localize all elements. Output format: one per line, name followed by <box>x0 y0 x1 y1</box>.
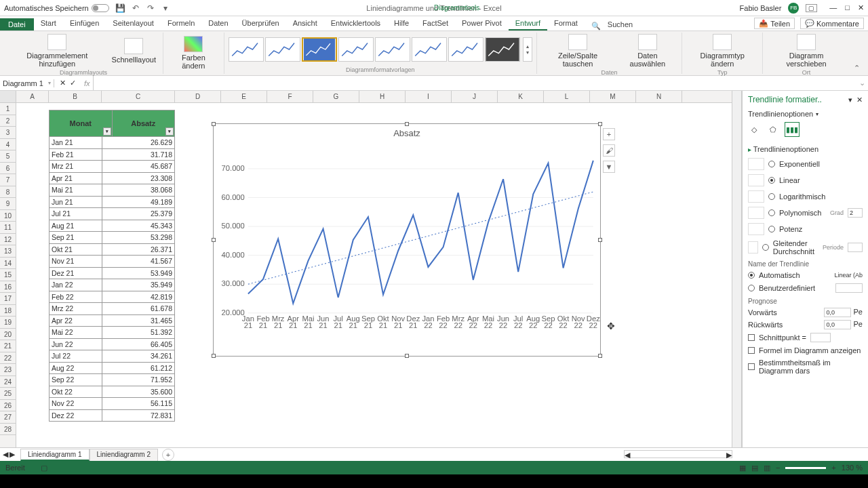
row-header-20[interactable]: 20 <box>0 329 16 341</box>
tab-power pivot[interactable]: Power Pivot <box>455 17 509 30</box>
tab-factset[interactable]: FactSet <box>416 17 455 30</box>
table-row[interactable]: Dez 2272.831 <box>50 409 174 422</box>
row-header-24[interactable]: 24 <box>0 376 16 388</box>
user-avatar[interactable]: FB <box>788 3 799 14</box>
col-header-H[interactable]: H <box>359 91 406 102</box>
col-header-J[interactable]: J <box>452 91 498 102</box>
quick-layout-button[interactable]: Schnelllayout <box>109 37 159 65</box>
redo-icon[interactable]: ↷ <box>146 3 155 13</box>
sheet-tab[interactable]: Liniendiagramm 2 <box>90 449 159 461</box>
vertical-scrollbar[interactable] <box>732 91 741 447</box>
select-all-corner[interactable] <box>0 91 16 102</box>
table-row[interactable]: Feb 2242.819 <box>50 291 174 303</box>
row-header-27[interactable]: 27 <box>0 411 16 424</box>
col-header-B[interactable]: B <box>49 91 102 102</box>
table-row[interactable]: Jun 2266.405 <box>50 338 174 350</box>
undo-icon[interactable]: ↶ <box>131 3 140 13</box>
col-header-C[interactable]: C <box>102 91 175 102</box>
pane-options-icon[interactable]: ▾ <box>848 96 852 104</box>
chart[interactable]: Absatz 20.00030.00040.00050.00060.00070.… <box>213 123 601 357</box>
tab-daten[interactable]: Daten <box>201 17 235 30</box>
chart-styles-button[interactable]: 🖌 <box>603 144 615 157</box>
move-chart-button[interactable]: Diagramm verschieben <box>767 33 846 69</box>
styles-more-button[interactable]: ▴▾ <box>523 37 532 62</box>
col-header-M[interactable]: M <box>590 91 636 102</box>
row-header-18[interactable]: 18 <box>0 305 16 317</box>
trendline-option-potenz[interactable]: Potenz <box>748 221 863 237</box>
change-colors-button[interactable]: Farben ändern <box>167 35 220 71</box>
table-row[interactable]: Sep 2153.298 <box>50 231 174 243</box>
table-row[interactable]: Sep 2271.952 <box>50 373 174 386</box>
file-tab[interactable]: Datei <box>0 18 34 30</box>
tab-formeln[interactable]: Formeln <box>161 17 201 30</box>
tab-ansicht[interactable]: Ansicht <box>286 17 324 30</box>
qat-more-icon[interactable]: ▾ <box>161 3 170 13</box>
autosave-toggle[interactable]: Automatisches Speichern <box>4 4 109 12</box>
table-row[interactable]: Nov 2256.115 <box>50 397 174 409</box>
collapse-ribbon-icon[interactable]: ⌃ <box>850 62 864 74</box>
add-chart-element-button[interactable]: Diagrammelement hinzufügen <box>8 33 106 69</box>
search-field[interactable]: Suchen <box>601 18 639 30</box>
minimize-icon[interactable]: — <box>829 3 837 12</box>
row-header-8[interactable]: 8 <box>0 186 16 199</box>
filter-icon[interactable]: ▾ <box>103 127 111 136</box>
chart-title[interactable]: Absatz <box>214 124 600 142</box>
table-row[interactable]: Aug 2261.212 <box>50 362 174 374</box>
col-header-L[interactable]: L <box>544 91 590 102</box>
row-header-13[interactable]: 13 <box>0 245 16 258</box>
row-header-6[interactable]: 6 <box>0 163 16 175</box>
row-header-7[interactable]: 7 <box>0 174 16 186</box>
macro-record-icon[interactable]: ▢ <box>41 464 47 472</box>
col-header-N[interactable]: N <box>636 91 682 102</box>
table-row[interactable]: Mrz 2261.678 <box>50 302 174 314</box>
zoom-slider[interactable] <box>785 467 826 469</box>
tab-einfügen[interactable]: Einfügen <box>63 17 106 30</box>
chart-style-8[interactable] <box>485 37 520 62</box>
col-header-D[interactable]: D <box>175 91 221 102</box>
row-header-15[interactable]: 15 <box>0 269 16 281</box>
close-icon[interactable]: ✕ <box>858 3 864 12</box>
table-row[interactable]: Okt 2235.600 <box>50 386 174 398</box>
name-option[interactable]: AutomatischLinear (Ab <box>748 269 863 281</box>
table-row[interactable]: Mrz 2145.687 <box>50 160 174 172</box>
tab-hilfe[interactable]: Hilfe <box>387 17 416 30</box>
chart-filters-button[interactable]: ▼ <box>603 161 615 173</box>
sheet-tab[interactable]: Liniendiagramm 1 <box>20 449 90 461</box>
table-header-absatz[interactable]: Absatz▾ <box>113 110 175 136</box>
row-header-26[interactable]: 26 <box>0 400 16 412</box>
name-box[interactable]: Diagramm 1▾ <box>0 79 54 87</box>
trendline-option-linear[interactable]: Linear <box>748 172 863 188</box>
chart-style-1[interactable] <box>229 37 264 62</box>
row-header-23[interactable]: 23 <box>0 364 16 376</box>
pane-close-icon[interactable]: ✕ <box>856 96 863 104</box>
row-header-10[interactable]: 10 <box>0 210 16 222</box>
chart-style-3[interactable] <box>302 37 337 62</box>
table-row[interactable]: Mai 2251.392 <box>50 326 174 338</box>
save-icon[interactable]: 💾 <box>116 3 125 13</box>
add-sheet-button[interactable]: + <box>162 449 174 461</box>
sheet-nav-next-icon[interactable]: ▶ <box>9 450 15 459</box>
fx-icon[interactable]: fx <box>81 79 93 87</box>
chart-style-5[interactable] <box>375 37 410 62</box>
row-header-22[interactable]: 22 <box>0 352 16 365</box>
zoom-in-icon[interactable]: + <box>831 464 835 472</box>
formula-bar[interactable] <box>93 76 856 90</box>
ribbon-mode-icon[interactable]: ▢ <box>806 4 817 12</box>
zoom-out-icon[interactable]: − <box>776 464 780 472</box>
change-chart-type-button[interactable]: Diagrammtyp ändern <box>686 33 758 69</box>
table-row[interactable]: Jul 2234.261 <box>50 350 174 362</box>
horizontal-scrollbar[interactable]: ◀▶ <box>624 450 732 458</box>
row-header-3[interactable]: 3 <box>0 127 16 139</box>
tab-start[interactable]: Start <box>34 17 63 30</box>
trendline-options-tab-icon[interactable]: ▮▮▮ <box>786 123 798 136</box>
row-header-19[interactable]: 19 <box>0 317 16 329</box>
share-button[interactable]: 📤 Teilen <box>754 18 795 29</box>
row-header-12[interactable]: 12 <box>0 234 16 246</box>
table-row[interactable]: Dez 2153.949 <box>50 267 174 279</box>
forward-input[interactable] <box>824 308 851 317</box>
backward-input[interactable] <box>824 320 851 329</box>
col-header-A[interactable]: A <box>16 91 49 102</box>
enter-formula-icon[interactable]: ✓ <box>70 79 76 87</box>
row-header-2[interactable]: 2 <box>0 115 16 127</box>
tab-überprüfen[interactable]: Überprüfen <box>235 17 286 30</box>
